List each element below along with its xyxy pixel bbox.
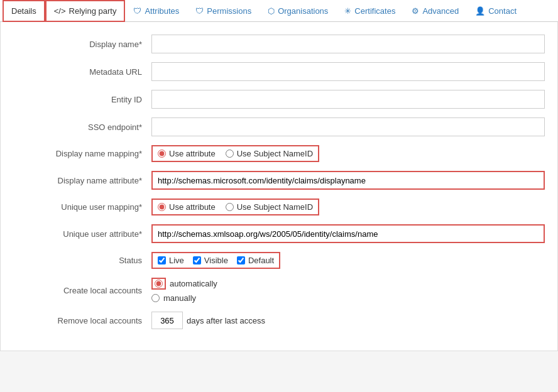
metadata-url-input[interactable] — [151, 62, 545, 81]
relying-party-icon: </> — [54, 6, 66, 16]
status-visible-checkbox[interactable] — [193, 256, 201, 264]
unique-user-mapping-label: Unique user mapping* — [13, 202, 151, 212]
unique-user-mapping-use-subject[interactable]: Use Subject NameID — [226, 202, 313, 212]
create-local-label: Create local accounts — [13, 286, 151, 295]
unique-user-attribute-row: Unique user attribute* — [1, 224, 557, 243]
permissions-icon: 🛡 — [195, 6, 204, 16]
tab-bar: Details </> Relying party 🛡 Attributes 🛡… — [0, 0, 558, 22]
create-manually-option[interactable]: manually — [151, 293, 217, 303]
status-visible-label: Visible — [204, 256, 228, 265]
tab-certificates-label: Certificates — [354, 6, 395, 16]
display-name-mapping-use-subject-label: Use Subject NameID — [237, 149, 313, 158]
entity-id-label: Entity ID — [13, 95, 151, 104]
unique-user-mapping-use-attribute[interactable]: Use attribute — [158, 202, 216, 212]
remove-local-row: Remove local accounts days after last ac… — [1, 312, 557, 329]
display-name-mapping-use-subject[interactable]: Use Subject NameID — [226, 149, 313, 158]
tab-organisations-label: Organisations — [278, 6, 328, 16]
tab-relying-party[interactable]: </> Relying party — [45, 0, 126, 22]
attributes-icon: 🛡 — [133, 6, 141, 16]
metadata-url-row: Metadata URL — [1, 62, 557, 81]
create-manually-label: manually — [163, 293, 196, 303]
display-name-attribute-row: Display name attribute* — [1, 171, 557, 190]
display-name-mapping-use-attribute-label: Use attribute — [169, 149, 216, 158]
unique-user-mapping-use-subject-label: Use Subject NameID — [237, 202, 313, 212]
remove-days-input[interactable] — [151, 312, 183, 329]
status-default-label: Default — [248, 256, 274, 265]
certificates-icon: ✳ — [344, 6, 351, 16]
sso-endpoint-label: SSO endpoint* — [13, 122, 151, 132]
unique-user-mapping-use-attribute-label: Use attribute — [169, 202, 216, 212]
organisations-icon: ⬡ — [268, 6, 275, 16]
unique-user-attribute-label: Unique user attribute* — [13, 229, 151, 239]
form-area: Display name* Metadata URL Entity ID SSO… — [0, 22, 558, 351]
tab-contact-label: Contact — [488, 6, 517, 16]
display-name-row: Display name* — [1, 35, 557, 53]
status-group: Live Visible Default — [151, 252, 280, 269]
remove-days-suffix: days after last access — [187, 316, 265, 325]
contact-icon: 👤 — [475, 6, 485, 16]
unique-user-mapping-row: Unique user mapping* Use attribute Use S… — [1, 199, 557, 215]
tab-relying-party-label: Relying party — [69, 6, 117, 16]
metadata-url-label: Metadata URL — [13, 67, 151, 77]
tab-details[interactable]: Details — [3, 0, 45, 22]
remove-local-label: Remove local accounts — [13, 316, 151, 325]
display-name-label: Display name* — [13, 40, 151, 49]
display-name-input[interactable] — [151, 35, 545, 53]
unique-user-mapping-group: Use attribute Use Subject NameID — [151, 199, 319, 215]
unique-user-mapping-use-subject-radio[interactable] — [226, 203, 234, 211]
tab-permissions[interactable]: 🛡 Permissions — [187, 0, 260, 21]
create-automatically-radio[interactable] — [155, 280, 163, 288]
status-label: Status — [13, 256, 151, 265]
status-visible[interactable]: Visible — [193, 256, 228, 265]
status-live[interactable]: Live — [158, 256, 184, 265]
remove-row-content: days after last access — [151, 312, 265, 329]
tab-certificates[interactable]: ✳ Certificates — [336, 0, 403, 21]
status-default[interactable]: Default — [237, 256, 274, 265]
display-name-mapping-use-attribute[interactable]: Use attribute — [158, 149, 216, 158]
display-name-mapping-row: Display name mapping* Use attribute Use … — [1, 145, 557, 162]
display-name-attribute-input[interactable] — [151, 171, 545, 190]
status-row: Status Live Visible Default — [1, 252, 557, 269]
sso-endpoint-row: SSO endpoint* — [1, 117, 557, 136]
create-local-row: Create local accounts automatically manu… — [1, 278, 557, 303]
advanced-icon: ⚙ — [412, 6, 419, 16]
entity-id-row: Entity ID — [1, 90, 557, 109]
create-accounts-group: automatically manually — [151, 278, 217, 303]
tab-organisations[interactable]: ⬡ Organisations — [260, 0, 336, 21]
tab-contact[interactable]: 👤 Contact — [467, 0, 525, 21]
display-name-mapping-use-attribute-radio[interactable] — [158, 150, 166, 158]
display-name-mapping-group: Use attribute Use Subject NameID — [151, 145, 319, 162]
display-name-mapping-label: Display name mapping* — [13, 149, 151, 158]
display-name-attribute-label: Display name attribute* — [13, 176, 151, 185]
create-manually-radio[interactable] — [151, 294, 160, 302]
tab-attributes-label: Attributes — [145, 6, 179, 16]
status-live-label: Live — [169, 256, 184, 265]
entity-id-input[interactable] — [151, 90, 545, 109]
create-automatically-label: automatically — [170, 279, 217, 288]
tab-attributes[interactable]: 🛡 Attributes — [125, 0, 187, 21]
status-live-checkbox[interactable] — [158, 256, 166, 264]
tab-advanced[interactable]: ⚙ Advanced — [403, 0, 467, 21]
tab-advanced-label: Advanced — [422, 6, 459, 16]
status-default-checkbox[interactable] — [237, 256, 245, 264]
unique-user-mapping-use-attribute-radio[interactable] — [158, 203, 166, 211]
tab-details-label: Details — [11, 6, 36, 16]
create-automatically-option[interactable]: automatically — [151, 278, 217, 290]
display-name-mapping-use-subject-radio[interactable] — [226, 150, 234, 158]
tab-permissions-label: Permissions — [207, 6, 251, 16]
sso-endpoint-input[interactable] — [151, 117, 545, 136]
unique-user-attribute-input[interactable] — [151, 224, 545, 243]
create-automatically-radio-wrapper — [151, 278, 166, 290]
